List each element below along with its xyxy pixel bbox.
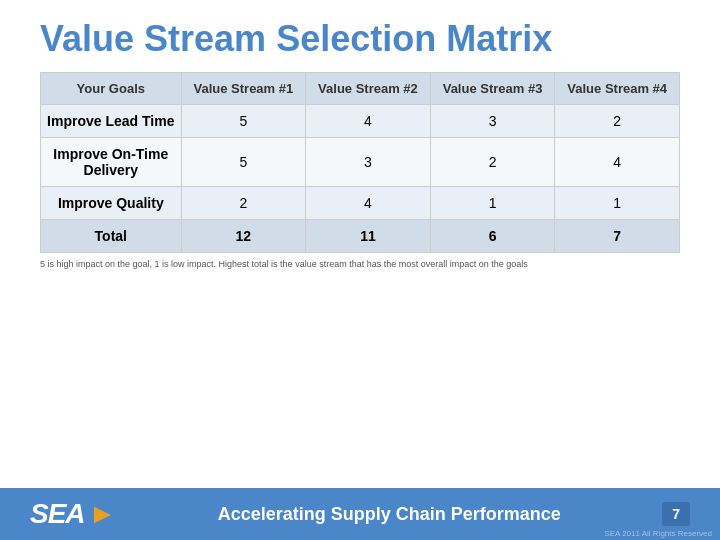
row2-vs3: 2 bbox=[430, 138, 555, 187]
page-title: Value Stream Selection Matrix bbox=[0, 0, 720, 72]
row2-goal: Improve On-Time Delivery bbox=[41, 138, 182, 187]
row2-vs2: 3 bbox=[306, 138, 431, 187]
matrix-container: Your Goals Value Stream #1 Value Stream … bbox=[0, 72, 720, 253]
row1-vs2: 4 bbox=[306, 105, 431, 138]
header-vs3: Value Stream #3 bbox=[430, 73, 555, 105]
row1-vs3: 3 bbox=[430, 105, 555, 138]
row1-vs1: 5 bbox=[181, 105, 306, 138]
row3-goal: Improve Quality bbox=[41, 187, 182, 220]
footnote: 5 is high impact on the goal, 1 is low i… bbox=[0, 253, 720, 275]
row3-vs1: 2 bbox=[181, 187, 306, 220]
footer-tagline: Accelerating Supply Chain Performance bbox=[218, 504, 561, 525]
header-goals: Your Goals bbox=[41, 73, 182, 105]
row4-vs3: 6 bbox=[430, 220, 555, 253]
copyright-text: SEA 2011 All Rights Reserved bbox=[604, 529, 712, 538]
row1-vs4: 2 bbox=[555, 105, 680, 138]
table-row: Improve On-Time Delivery 5 3 2 4 bbox=[41, 138, 680, 187]
row3-vs2: 4 bbox=[306, 187, 431, 220]
table-row: Improve Lead Time 5 4 3 2 bbox=[41, 105, 680, 138]
footer-page-number: 7 bbox=[662, 502, 690, 526]
row3-vs4: 1 bbox=[555, 187, 680, 220]
footer-logo-arrow: ► bbox=[89, 498, 117, 530]
table-row-total: Total 12 11 6 7 bbox=[41, 220, 680, 253]
row2-vs1: 5 bbox=[181, 138, 306, 187]
value-stream-matrix: Your Goals Value Stream #1 Value Stream … bbox=[40, 72, 680, 253]
row3-vs3: 1 bbox=[430, 187, 555, 220]
row1-goal: Improve Lead Time bbox=[41, 105, 182, 138]
row4-vs2: 11 bbox=[306, 220, 431, 253]
footer-logo-text: SEA bbox=[30, 498, 85, 530]
row2-vs4: 4 bbox=[555, 138, 680, 187]
row4-vs1: 12 bbox=[181, 220, 306, 253]
header-vs2: Value Stream #2 bbox=[306, 73, 431, 105]
footer-logo: SEA ► bbox=[30, 498, 116, 530]
table-row: Improve Quality 2 4 1 1 bbox=[41, 187, 680, 220]
header-vs1: Value Stream #1 bbox=[181, 73, 306, 105]
row4-goal: Total bbox=[41, 220, 182, 253]
header-vs4: Value Stream #4 bbox=[555, 73, 680, 105]
row4-vs4: 7 bbox=[555, 220, 680, 253]
